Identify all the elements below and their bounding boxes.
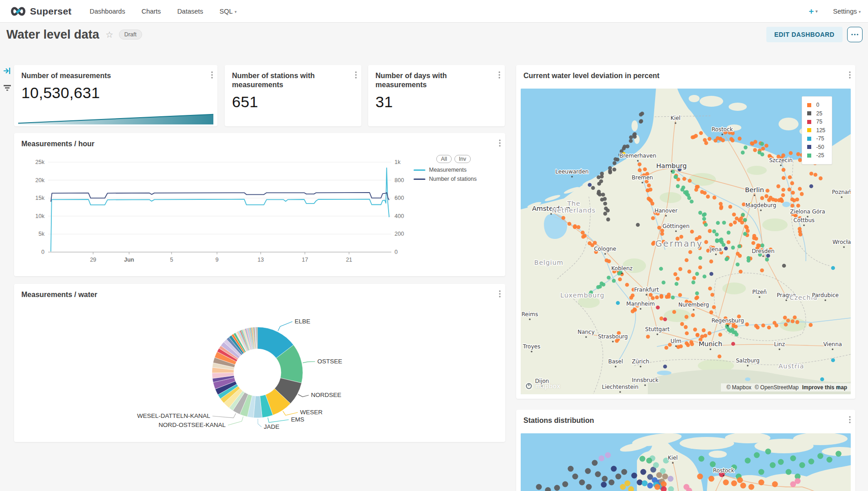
- svg-text:13: 13: [257, 257, 264, 263]
- svg-text:25k: 25k: [35, 159, 45, 165]
- svg-text:400: 400: [395, 213, 404, 219]
- map-city-label: Magdeburg: [745, 202, 776, 208]
- kebab-menu-icon[interactable]: [849, 416, 851, 423]
- card-title: Measurements / hour: [14, 133, 505, 149]
- legend-label: 75: [816, 119, 822, 125]
- svg-text:10k: 10k: [35, 213, 45, 219]
- osm-attribution-link[interactable]: © OpenStreetMap: [755, 384, 799, 391]
- legend-entry-number-of-stations[interactable]: Number of stations: [414, 176, 493, 182]
- dashboard-header: Water level data ☆ Draft EDIT DASHBOARD: [0, 22, 868, 47]
- improve-map-link[interactable]: Improve this map: [802, 384, 847, 391]
- map-city-label: Berlin: [745, 186, 764, 193]
- map-city-label: Ulm: [671, 338, 681, 344]
- card-title: Number of measurements: [14, 65, 217, 80]
- map-canvas[interactable]: KielRostock: [521, 433, 851, 491]
- svg-text:600: 600: [395, 195, 404, 201]
- legend-swatch: [414, 179, 425, 180]
- legend-swatch: [807, 145, 811, 149]
- map-city-label: Strasbourg: [598, 333, 628, 340]
- map-city-label: Frankfurt: [634, 287, 659, 293]
- legend-label: 25: [816, 110, 822, 117]
- map-city-label: Nancy: [577, 329, 595, 335]
- map-city-label: Luxembourg: [560, 292, 604, 299]
- navbar: Superset Dashboards Charts Datasets SQL▾…: [0, 0, 868, 23]
- kebab-menu-icon[interactable]: [849, 71, 851, 79]
- map-city-label: Wrocław: [833, 239, 851, 245]
- map-city-label: Innsbruck: [632, 377, 659, 383]
- chevron-down-icon: ▾: [858, 10, 861, 14]
- svg-text:1k: 1k: [395, 159, 401, 165]
- donut-slice-label: JADE: [264, 423, 280, 430]
- map-legend-entry: -25: [807, 151, 825, 160]
- chart-card-measurements-hour: Measurements / hour 05k10k15k20k25k02004…: [14, 133, 505, 276]
- map-city-label: Belgium: [534, 259, 563, 266]
- legend-swatch: [807, 128, 811, 132]
- legend-inv-button[interactable]: Inv: [454, 155, 471, 163]
- nav-sql[interactable]: SQL▾: [220, 8, 237, 15]
- kebab-menu-icon[interactable]: [499, 139, 501, 147]
- brand-name: Superset: [30, 6, 71, 17]
- deviation-map: LeeuwardenAmsterdamTheNetherlandsKielRos…: [521, 89, 851, 394]
- status-badge: Draft: [119, 30, 142, 40]
- expand-filters-icon[interactable]: [3, 67, 11, 74]
- legend-all-button[interactable]: All: [436, 155, 451, 163]
- map-card-water-level-deviation: Current water level deviation in percent: [516, 65, 855, 399]
- map-city-label: Kiel: [671, 115, 681, 121]
- donut-slice-label: ELBE: [295, 318, 311, 325]
- legend-label: -25: [816, 152, 824, 159]
- kebab-menu-icon[interactable]: [498, 71, 500, 79]
- map-city-label: Dresden: [752, 248, 774, 254]
- filter-funnel-icon[interactable]: [3, 84, 11, 92]
- nav-dashboards[interactable]: Dashboards: [89, 8, 125, 15]
- kpi-card-stations: Number of stations with measurements 651: [225, 65, 361, 126]
- map-city-label: Rostock: [713, 467, 735, 474]
- legend-label: Measurements: [429, 167, 467, 173]
- stations-map: KielRostock: [521, 433, 851, 491]
- kpi-value: 651: [225, 89, 361, 111]
- map-city-label: Koblenz: [612, 265, 633, 272]
- more-actions-button[interactable]: [847, 27, 863, 42]
- mapbox-attribution-link[interactable]: © Mapbox: [726, 384, 751, 391]
- svg-text:0: 0: [395, 249, 398, 255]
- map-city-label: Troyes: [523, 343, 540, 350]
- map-city-label: Mannheim: [626, 301, 655, 307]
- kebab-menu-icon[interactable]: [355, 71, 357, 79]
- svg-text:21: 21: [346, 257, 352, 263]
- nav-charts[interactable]: Charts: [142, 8, 161, 15]
- legend-entry-measurements[interactable]: Measurements: [414, 167, 493, 173]
- kebab-menu-icon[interactable]: [499, 290, 501, 298]
- map-city-label: Kiel: [668, 455, 678, 461]
- map-city-label: Bremen: [632, 174, 653, 181]
- legend-label: Number of stations: [429, 176, 477, 182]
- map-city-label: Cottbus: [794, 217, 815, 223]
- map-city-label: Austria: [779, 362, 804, 370]
- chevron-down-icon: ▾: [235, 10, 237, 14]
- settings-menu[interactable]: Settings▾: [833, 8, 861, 15]
- map-city-label: Vienna: [823, 341, 842, 347]
- donut-slice-label: EMS: [291, 416, 304, 423]
- kebab-menu-icon[interactable]: [211, 71, 213, 79]
- superset-logo[interactable]: Superset: [10, 6, 71, 17]
- map-city-label: Pardubice: [812, 292, 839, 298]
- map-city-label: Poznań: [832, 189, 851, 195]
- map-city-label: Szczecin: [769, 157, 793, 164]
- map-city-label: Zielona Góra: [790, 208, 825, 215]
- favorite-star-icon[interactable]: ☆: [106, 30, 113, 40]
- svg-text:Jun: Jun: [124, 257, 134, 263]
- legend-swatch: [807, 111, 811, 115]
- mapbox-logo[interactable]: mapbox: [524, 382, 560, 391]
- svg-text:5k: 5k: [39, 231, 45, 237]
- map-city-label: Liechtenstein: [602, 384, 639, 390]
- map-legend: 02575125-75-50-25: [802, 96, 832, 164]
- map-canvas[interactable]: LeeuwardenAmsterdamTheNetherlandsKielRos…: [521, 89, 851, 394]
- legend-label: -75: [816, 135, 824, 142]
- nav-datasets[interactable]: Datasets: [177, 8, 203, 15]
- svg-text:15k: 15k: [35, 195, 45, 201]
- map-legend-entry: 125: [807, 126, 825, 135]
- edit-dashboard-button[interactable]: EDIT DASHBOARD: [766, 27, 843, 42]
- map-city-label: Jena: [710, 246, 722, 253]
- add-button[interactable]: +▾: [809, 6, 818, 16]
- svg-text:200: 200: [395, 231, 404, 237]
- ellipsis-icon: [851, 34, 858, 35]
- map-city-label: Hanover: [655, 208, 678, 214]
